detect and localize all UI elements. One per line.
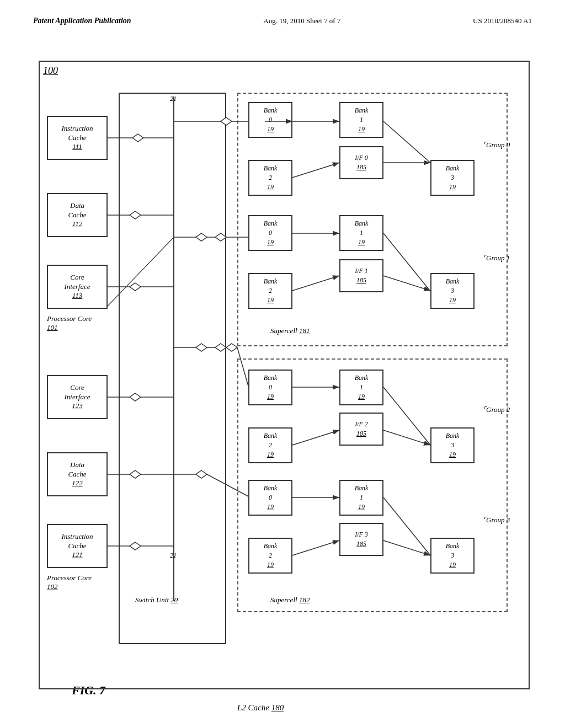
page-header: Patent Application Publication Aug. 19, … <box>33 17 532 25</box>
group-2-label: ⌜Group 2 <box>483 405 510 414</box>
header-date: Aug. 19, 2010 Sheet 7 of 7 <box>263 17 340 25</box>
bank-2-g2: Bank219 <box>248 427 292 463</box>
bank-0-g1: Bank019 <box>248 215 292 251</box>
bus-label-bottom: 21 <box>170 552 177 560</box>
diagram: 100 InstructionCache 111 DataCache 112 C… <box>33 44 548 689</box>
bank-2-g0: Bank219 <box>248 160 292 196</box>
bank-0-g2: Bank019 <box>248 370 292 405</box>
outer-label: 100 <box>43 65 58 77</box>
bus-label-top: 21 <box>170 95 177 103</box>
group-3-label: ⌜Group 3 <box>483 516 510 524</box>
group-1-label: ⌜Group 1 <box>483 254 510 263</box>
header-patent: US 2010/208540 A1 <box>473 17 532 25</box>
bank-2-g1: Bank219 <box>248 273 292 309</box>
core-iface-113: CoreInterface 113 <box>47 265 108 309</box>
bank-3-g3: Bank319 <box>430 538 475 574</box>
if-1: I/F 1185 <box>339 259 383 292</box>
supercell-182-label: Supercell 182 <box>270 596 310 604</box>
header-title: Patent Application Publication <box>33 17 131 25</box>
supercell-181-label: Supercell 181 <box>270 326 310 335</box>
bank-1-g0: Bank119 <box>339 102 383 138</box>
bank-3-g2: Bank319 <box>430 427 475 463</box>
instr-cache-121: InstructionCache 121 <box>47 524 108 568</box>
bank-1-g2: Bank119 <box>339 370 383 405</box>
proc-core-101-label: Processor Core101 <box>47 314 92 332</box>
l2-cache-label: L2 Cache 180 <box>237 703 284 713</box>
bank-2-g3: Bank219 <box>248 538 292 574</box>
instr-cache-111: InstructionCache 111 <box>47 116 108 160</box>
bank-1-g1: Bank119 <box>339 215 383 251</box>
switch-unit-label: Switch Unit 20 <box>135 596 178 604</box>
data-cache-122: DataCache 122 <box>47 452 108 496</box>
bank-0-g3: Bank019 <box>248 480 292 516</box>
if-3: I/F 3185 <box>339 523 383 556</box>
bank-1-g3: Bank119 <box>339 480 383 516</box>
data-cache-112: DataCache 112 <box>47 193 108 237</box>
if-0: I/F 0185 <box>339 146 383 179</box>
proc-core-102-label: Processor Core102 <box>47 574 92 591</box>
bank-3-g1: Bank319 <box>430 273 475 309</box>
if-2: I/F 2185 <box>339 413 383 446</box>
core-iface-123: CoreInterface 123 <box>47 375 108 419</box>
switch-unit-20 <box>119 93 226 644</box>
group-0-label: ⌜Group 0 <box>483 141 510 149</box>
bank-3-g0: Bank319 <box>430 160 475 196</box>
bank-0-g0: Bank019 <box>248 102 292 138</box>
